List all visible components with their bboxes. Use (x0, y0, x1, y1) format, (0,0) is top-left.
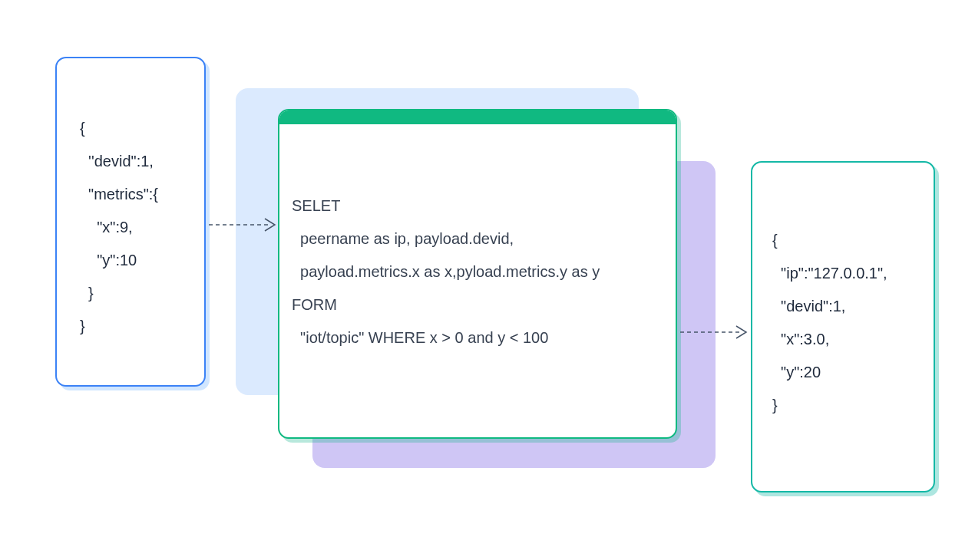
sql-query-text: SELET peername as ip, payload.devid, pay… (292, 189, 664, 354)
sql-box-body: SELET peername as ip, payload.devid, pay… (279, 124, 676, 370)
output-json-box: { "ip":"127.0.0.1", "devid":1, "x":3.0, … (751, 161, 935, 492)
output-json-text: { "ip":"127.0.0.1", "devid":1, "x":3.0, … (772, 224, 923, 422)
diagram-canvas: { ''devid":1, "metrics":{ "x":9, "y":10 … (0, 0, 975, 560)
input-json-box: { ''devid":1, "metrics":{ "x":9, "y":10 … (55, 57, 206, 387)
input-json-text: { ''devid":1, "metrics":{ "x":9, "y":10 … (80, 112, 190, 343)
sql-query-box: SELET peername as ip, payload.devid, pay… (278, 109, 677, 439)
sql-box-header-bar (279, 110, 676, 124)
